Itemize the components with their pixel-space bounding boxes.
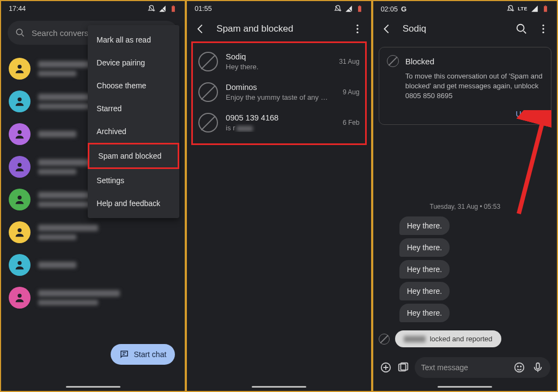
menu-help[interactable]: Help and feedback — [88, 192, 179, 215]
toast-text: locked and reported — [430, 335, 493, 343]
message-bubble[interactable]: Hey there. — [399, 304, 450, 322]
message-preview: is r — [226, 124, 329, 132]
date-label: 31 Aug — [339, 58, 359, 65]
avatar — [9, 287, 31, 309]
battery-icon — [542, 5, 549, 13]
nav-handle[interactable] — [438, 386, 492, 388]
start-chat-button[interactable]: Start chat — [111, 344, 175, 365]
svg-rect-1 — [173, 5, 174, 6]
nav-handle[interactable] — [66, 386, 120, 388]
svg-rect-11 — [358, 6, 361, 11]
message-input[interactable]: Text message — [415, 357, 550, 378]
status-bar: 01:55 — [187, 1, 371, 16]
phone-screen-conversations: 17:44 Search conversat Mark all as read … — [0, 0, 186, 392]
svg-point-13 — [356, 25, 358, 26]
menu-settings[interactable]: Settings — [88, 169, 179, 192]
menu-choose-theme[interactable]: Choose theme — [88, 74, 179, 97]
list-item[interactable]: Dominos Enjoy the yummy taste of any Med… — [193, 77, 365, 107]
person-icon — [14, 161, 26, 173]
person-icon — [14, 63, 26, 75]
clock-with-g: 02:05G — [381, 5, 407, 13]
svg-point-9 — [17, 261, 21, 265]
svg-point-8 — [17, 228, 21, 232]
svg-point-28 — [520, 366, 521, 366]
menu-mark-all-read[interactable]: Mark all as read — [88, 28, 179, 51]
menu-starred[interactable]: Starred — [88, 97, 179, 120]
search-icon — [15, 28, 25, 38]
start-chat-label: Start chat — [134, 350, 166, 359]
person-icon — [14, 292, 26, 304]
list-item[interactable] — [1, 249, 185, 281]
signal-icon — [159, 5, 166, 13]
overflow-button[interactable] — [351, 23, 363, 35]
message-placeholder: Text message — [421, 363, 468, 372]
menu-archived[interactable]: Archived — [88, 120, 179, 143]
avatar — [9, 91, 31, 112]
dnd-icon — [148, 5, 155, 13]
message-bubble[interactable]: Hey there. — [399, 260, 450, 279]
nav-bar — [187, 382, 371, 391]
nav-bar — [373, 382, 557, 391]
list-item[interactable]: 0905 139 4168 is r 6 Feb — [193, 107, 365, 138]
dnd-icon — [507, 5, 514, 13]
search-placeholder: Search conversat — [32, 28, 95, 38]
date-label: 6 Feb — [343, 119, 360, 126]
date-divider: Tuesday, 31 Aug • 05:53 — [373, 203, 557, 210]
phone-screen-conversation: 02:05G LTE Sodiq Blocked To move this co… — [372, 0, 558, 392]
signal-icon — [531, 5, 538, 13]
message-bubble[interactable]: Hey there. — [399, 238, 450, 257]
mic-button[interactable] — [532, 361, 544, 373]
person-icon — [14, 194, 26, 206]
svg-rect-17 — [545, 5, 546, 6]
back-button[interactable] — [381, 23, 393, 35]
google-icon: G — [401, 5, 407, 13]
person-icon — [14, 226, 26, 238]
back-button[interactable] — [195, 23, 207, 35]
blocked-heading: Blocked — [405, 57, 434, 66]
dnd-icon — [334, 5, 342, 13]
avatar — [9, 123, 31, 145]
svg-point-7 — [17, 196, 21, 200]
chat-icon — [119, 349, 129, 359]
unblock-button[interactable]: Unblock — [515, 110, 543, 118]
overflow-button[interactable] — [537, 23, 549, 35]
svg-point-3 — [17, 65, 21, 69]
signal-icon — [345, 5, 353, 13]
svg-point-5 — [17, 130, 21, 134]
person-icon — [14, 128, 26, 140]
menu-device-pairing[interactable]: Device pairing — [88, 51, 179, 74]
gallery-button[interactable] — [397, 361, 409, 373]
svg-rect-29 — [536, 363, 539, 369]
avatar — [9, 254, 31, 276]
compose-bar: Text message — [373, 353, 557, 382]
message-bubble[interactable]: Hey there. — [399, 216, 450, 235]
list-item[interactable] — [1, 216, 185, 249]
avatar — [9, 189, 31, 210]
battery-icon — [356, 5, 363, 13]
svg-point-20 — [542, 28, 544, 29]
app-bar: Sodiq — [373, 16, 557, 41]
overflow-menu: Mark all as read Device pairing Choose t… — [88, 25, 179, 218]
blocked-icon — [198, 52, 218, 71]
avatar — [9, 221, 31, 243]
svg-point-6 — [17, 163, 21, 167]
battery-icon — [169, 5, 177, 13]
menu-spam-and-blocked[interactable]: Spam and blocked — [88, 143, 179, 169]
svg-point-14 — [356, 28, 358, 29]
blocked-icon — [379, 334, 390, 345]
nav-handle[interactable] — [252, 386, 306, 388]
emoji-button[interactable] — [513, 361, 525, 373]
svg-point-18 — [517, 25, 524, 32]
message-bubble[interactable]: Hey there. — [399, 282, 450, 300]
svg-rect-12 — [359, 5, 360, 6]
app-bar: Spam and blocked — [187, 16, 371, 41]
message-preview: Enjoy the yummy taste of any Medium … — [226, 93, 329, 101]
status-bar: 02:05G LTE — [373, 1, 557, 16]
search-button[interactable] — [515, 23, 527, 35]
add-button[interactable] — [380, 361, 392, 373]
blocked-body: To move this conversation out of 'Spam a… — [405, 71, 543, 101]
list-item[interactable]: Sodiq Hey there. 31 Aug — [193, 46, 365, 77]
list-item[interactable] — [1, 281, 185, 314]
avatar — [9, 58, 31, 80]
date-label: 9 Aug — [343, 88, 360, 96]
